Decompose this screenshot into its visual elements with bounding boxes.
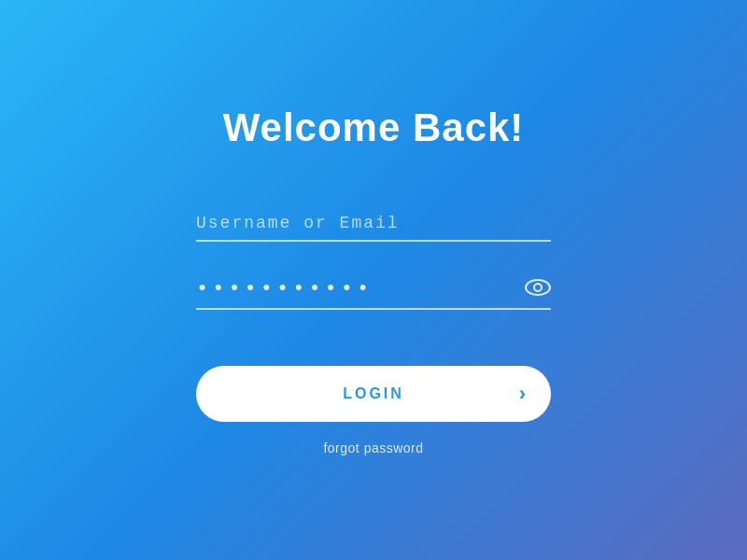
chevron-right-icon: › [519, 382, 529, 406]
username-group [196, 206, 551, 242]
login-button-label: LOGIN [343, 385, 404, 402]
login-container: Welcome Back! LOGIN › forgot password [177, 105, 570, 455]
login-button[interactable]: LOGIN › [196, 366, 551, 422]
password-input[interactable] [196, 270, 551, 310]
password-group [196, 270, 551, 310]
username-input[interactable] [196, 206, 551, 242]
svg-point-1 [534, 284, 542, 291]
eye-icon[interactable] [525, 279, 551, 300]
forgot-password-link[interactable]: forgot password [323, 441, 423, 455]
page-title: Welcome Back! [223, 105, 525, 150]
svg-point-0 [526, 280, 550, 295]
